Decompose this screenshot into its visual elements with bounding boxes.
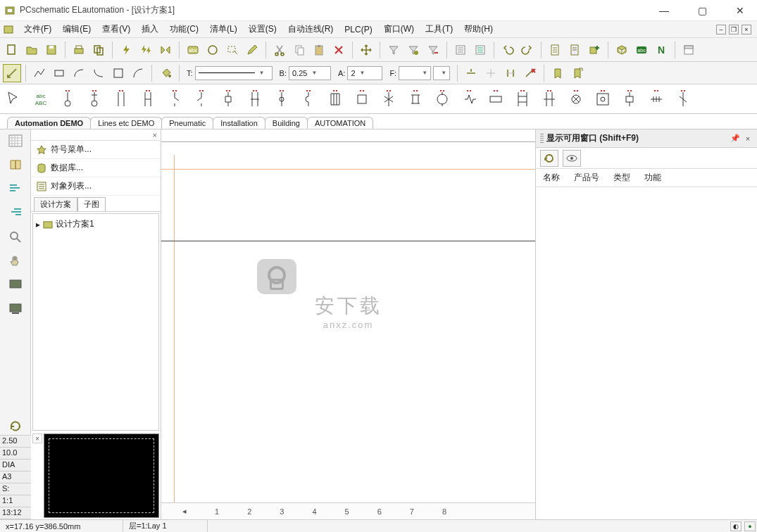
symbol-15[interactable]: [458, 88, 480, 110]
flash-button[interactable]: [117, 41, 135, 59]
status-ind-1[interactable]: ◐: [730, 521, 742, 531]
curve2-button[interactable]: [89, 64, 108, 82]
database-link[interactable]: 数据库...: [31, 159, 161, 177]
symbol-13[interactable]: [404, 88, 427, 110]
t-combo[interactable]: ▼: [195, 66, 273, 80]
page-preview[interactable]: [44, 433, 159, 518]
move-button[interactable]: [357, 41, 375, 59]
symbol-8[interactable]: [270, 88, 293, 110]
redo-button[interactable]: [518, 41, 537, 59]
maximize-button[interactable]: ▢: [689, 3, 715, 18]
side-close[interactable]: ×: [151, 131, 159, 139]
symbol-11[interactable]: [351, 88, 373, 110]
menu-func[interactable]: 功能(C): [164, 22, 204, 37]
right-close[interactable]: ×: [743, 134, 753, 143]
filter3-button[interactable]: [424, 41, 442, 59]
menu-list[interactable]: 清单(L): [204, 22, 243, 37]
symbol-22[interactable]: [645, 88, 668, 110]
symbol-9[interactable]: [297, 88, 320, 110]
menu-autowire[interactable]: 自动连线(R): [282, 22, 339, 37]
screen1-icon[interactable]: [6, 276, 25, 293]
symbol-19[interactable]: [565, 88, 587, 110]
undo-button[interactable]: [499, 41, 517, 59]
tab-5[interactable]: AUTOMATION: [307, 117, 373, 129]
doc2-button[interactable]: [565, 41, 584, 59]
refresh-button[interactable]: [540, 150, 558, 167]
col-3[interactable]: 功能: [637, 169, 668, 186]
circle-button[interactable]: [204, 41, 222, 59]
symbol-21[interactable]: [618, 88, 641, 110]
menu-file[interactable]: 文件(F): [18, 22, 57, 37]
polyline-button[interactable]: [30, 64, 49, 82]
subtab-0[interactable]: 设计方案: [34, 197, 77, 211]
new-button[interactable]: [3, 41, 21, 59]
menu-edit[interactable]: 编辑(E): [57, 22, 96, 37]
screen2-icon[interactable]: [6, 300, 25, 317]
symbol-4[interactable]: [163, 88, 186, 110]
cut-button[interactable]: [270, 41, 289, 59]
menu-help[interactable]: 帮助(H): [458, 22, 499, 37]
tab-1[interactable]: Lines etc DEMO: [90, 117, 162, 129]
symbol-12[interactable]: [377, 88, 400, 110]
menu-view[interactable]: 查看(V): [96, 22, 136, 37]
status-ind-2[interactable]: ●: [744, 521, 756, 531]
menu-tools[interactable]: 工具(T): [420, 22, 458, 37]
preview-close[interactable]: ×: [32, 433, 42, 443]
tree-area[interactable]: ▸ 设计方案1: [32, 213, 159, 431]
n-button[interactable]: N: [652, 41, 670, 59]
abc-green-button[interactable]: abc: [632, 41, 651, 59]
tree-row-0[interactable]: ▸ 设计方案1: [36, 217, 156, 232]
paste-button[interactable]: [310, 41, 328, 59]
snap1-button[interactable]: [462, 64, 480, 82]
filter1-button[interactable]: [384, 41, 403, 59]
mdi-min[interactable]: –: [716, 25, 726, 34]
bookmark-button[interactable]: [549, 64, 567, 82]
symbol-1[interactable]: [83, 88, 106, 110]
addplus-button[interactable]: [585, 41, 603, 59]
print-button[interactable]: [70, 41, 88, 59]
col-0[interactable]: 名称: [536, 169, 567, 186]
curve1-button[interactable]: [70, 64, 88, 82]
menu-settings[interactable]: 设置(S): [243, 22, 282, 37]
close-button[interactable]: ✕: [727, 3, 753, 18]
arc-button[interactable]: [129, 64, 147, 82]
menu-window[interactable]: 窗口(W): [378, 22, 420, 37]
symbol-20[interactable]: [592, 88, 614, 110]
symbol-5[interactable]: [190, 88, 213, 110]
col-2[interactable]: 类型: [606, 169, 637, 186]
align-right-icon[interactable]: [6, 204, 25, 221]
menu-plc[interactable]: PLC(P): [339, 23, 377, 36]
bookmark2-button[interactable]: [568, 64, 587, 82]
symbol-2[interactable]: [110, 88, 132, 110]
menu-insert[interactable]: 插入: [136, 22, 164, 37]
pencil-button[interactable]: [243, 41, 261, 59]
list2-button[interactable]: [471, 41, 489, 59]
mirror-button[interactable]: [156, 41, 175, 59]
minimize-button[interactable]: —: [651, 3, 677, 18]
text-button[interactable]: abc: [184, 41, 202, 59]
symbol-10[interactable]: [324, 88, 346, 110]
box-button[interactable]: [109, 64, 127, 82]
grid-icon[interactable]: [6, 132, 25, 149]
sym-abc[interactable]: abcABC: [30, 88, 52, 110]
symbol-17[interactable]: [511, 88, 534, 110]
list1-button[interactable]: [451, 41, 470, 59]
b-combo[interactable]: 0.25▼: [289, 66, 331, 80]
canvas[interactable]: 安下载anxz.com: [161, 142, 535, 502]
bucket-button[interactable]: [156, 64, 175, 82]
doc1-button[interactable]: [546, 41, 564, 59]
tab-4[interactable]: Building: [265, 117, 308, 129]
mdi-restore[interactable]: ❐: [729, 25, 739, 34]
symbol-0[interactable]: [56, 88, 79, 110]
hand-icon[interactable]: [6, 252, 25, 269]
symbol-menu-link[interactable]: 符号菜单...: [31, 141, 161, 159]
snap-x-button[interactable]: [521, 64, 539, 82]
snap3-button[interactable]: [501, 64, 520, 82]
copy-button[interactable]: [89, 41, 108, 59]
symbol-7[interactable]: [244, 88, 266, 110]
grid3d-button[interactable]: [613, 41, 631, 59]
zoom-icon[interactable]: [6, 228, 25, 245]
rect-button[interactable]: [50, 64, 68, 82]
objectlist-link[interactable]: 对象列表...: [31, 177, 161, 196]
panel-button[interactable]: [680, 41, 698, 59]
